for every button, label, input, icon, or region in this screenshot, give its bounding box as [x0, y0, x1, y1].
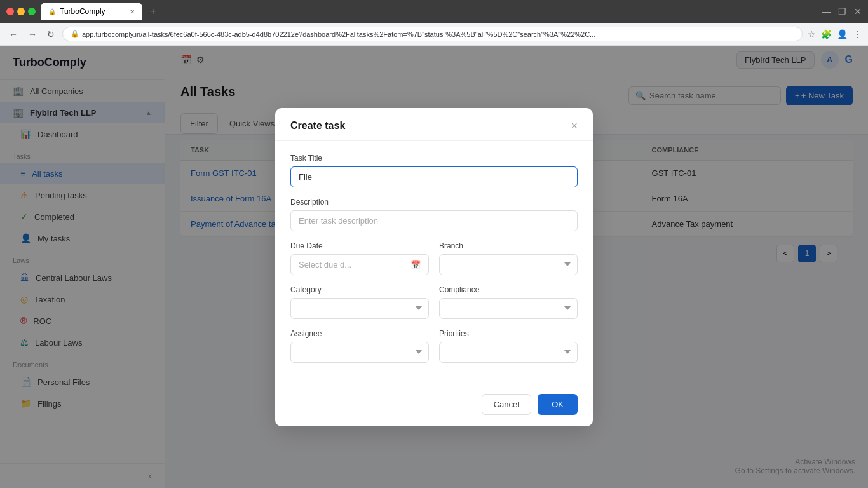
category-compliance-row: Category Compliance [290, 285, 578, 329]
profile-icon[interactable]: 👤 [837, 29, 848, 39]
tab-favicon: 🔒 [48, 8, 56, 15]
menu-icon[interactable]: ⋮ [853, 29, 862, 39]
address-text: app.turbocomply.in/all-tasks/6fec6a0f-56… [82, 30, 595, 38]
browser-actions: ☆ 🧩 👤 ⋮ [808, 29, 862, 39]
browser-chrome: 🔒 TurboComply ✕ + — ❐ ✕ [0, 0, 868, 23]
due-date-input[interactable]: Select due d... 📅 [290, 254, 429, 275]
assignee-group: Assignee [290, 329, 429, 363]
assignee-select[interactable] [290, 342, 429, 363]
ok-button[interactable]: OK [538, 394, 578, 415]
description-label: Description [290, 198, 578, 207]
due-date-label: Due Date [290, 241, 429, 250]
assignee-label: Assignee [290, 329, 429, 338]
task-title-group: Task Title [290, 154, 578, 187]
modal-footer: Cancel OK [275, 386, 593, 426]
modal-title: Create task [290, 120, 345, 132]
due-date-group: Due Date Select due d... 📅 [290, 241, 429, 275]
cancel-button[interactable]: Cancel [482, 394, 531, 415]
forward-button[interactable]: → [25, 28, 39, 41]
description-group: Description [290, 198, 578, 231]
bookmark-icon[interactable]: ☆ [808, 29, 816, 39]
close-dot[interactable] [6, 8, 14, 15]
browser-restore-icon[interactable]: ❐ [838, 6, 846, 17]
back-button[interactable]: ← [6, 28, 20, 41]
branch-label: Branch [439, 241, 578, 250]
modal-close-button[interactable]: × [571, 119, 578, 133]
tab-close-icon[interactable]: ✕ [130, 8, 135, 15]
description-input[interactable] [290, 210, 578, 231]
maximize-dot[interactable] [28, 8, 36, 15]
priorities-label: Priorities [439, 329, 578, 338]
compliance-label: Compliance [439, 285, 578, 294]
compliance-select[interactable] [439, 298, 578, 319]
modal-overlay: Create task × Task Title Description Due… [0, 46, 868, 488]
new-tab-button[interactable]: + [150, 6, 156, 17]
minimize-dot[interactable] [17, 8, 25, 15]
browser-dots [6, 8, 36, 15]
category-group: Category [290, 285, 429, 319]
assignee-priorities-row: Assignee Priorities [290, 329, 578, 373]
browser-close-icon[interactable]: ✕ [854, 6, 862, 17]
modal-header: Create task × [275, 108, 593, 141]
modal-body: Task Title Description Due Date Select d… [275, 141, 593, 386]
compliance-group: Compliance [439, 285, 578, 319]
tab-title: TurboComply [60, 7, 105, 16]
due-date-placeholder: Select due d... [299, 260, 351, 269]
category-label: Category [290, 285, 429, 294]
extension-icon[interactable]: 🧩 [821, 29, 832, 39]
lock-icon: 🔒 [71, 30, 79, 38]
due-date-branch-row: Due Date Select due d... 📅 Branch [290, 241, 578, 285]
browser-minimize-icon[interactable]: — [822, 6, 831, 17]
branch-group: Branch [439, 241, 578, 275]
category-select[interactable] [290, 298, 429, 319]
task-title-label: Task Title [290, 154, 578, 163]
priorities-group: Priorities [439, 329, 578, 363]
priorities-select[interactable] [439, 342, 578, 363]
refresh-button[interactable]: ↻ [44, 28, 57, 41]
calendar-icon: 📅 [410, 260, 421, 269]
browser-toolbar: ← → ↻ 🔒 app.turbocomply.in/all-tasks/6fe… [0, 23, 868, 46]
browser-tab[interactable]: 🔒 TurboComply ✕ [41, 3, 142, 20]
branch-select[interactable] [439, 254, 578, 275]
task-title-input[interactable] [290, 166, 578, 187]
address-bar[interactable]: 🔒 app.turbocomply.in/all-tasks/6fec6a0f-… [62, 27, 803, 41]
create-task-modal: Create task × Task Title Description Due… [275, 108, 593, 426]
